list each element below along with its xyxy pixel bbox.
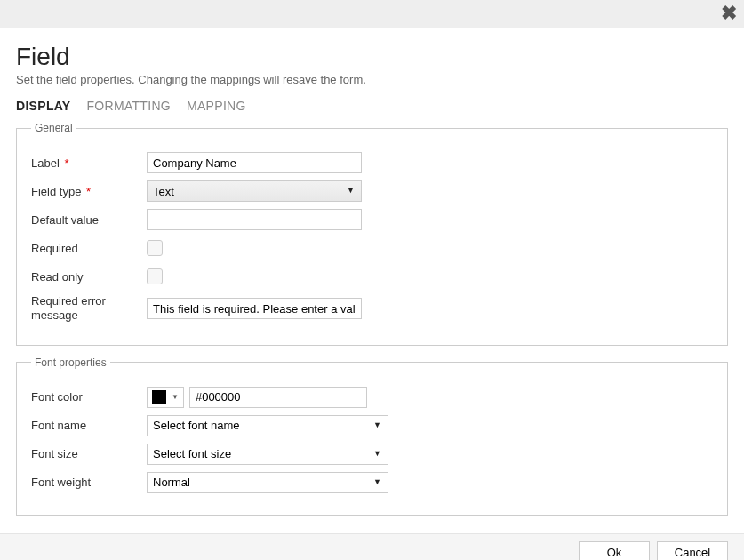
label-input[interactable] [147,152,362,173]
required-marker-icon: * [64,156,68,170]
readonly-label: Read only [31,270,147,284]
font-name-label: Font name [31,419,147,432]
row-font-color: Font color ▼ [31,387,713,408]
fieldtype-label: Field type * [31,185,147,198]
readonly-checkbox[interactable] [147,268,163,284]
close-icon[interactable]: ✖ [721,4,737,23]
reqerr-label: Required error message [31,294,147,324]
font-color-hex-input[interactable] [189,387,367,408]
font-name-select-wrap: Select font name [147,415,388,436]
page-subtitle: Set the field properties. Changing the m… [16,73,728,86]
required-label: Required [31,242,147,255]
required-error-input[interactable] [147,298,362,319]
general-fieldset: General Label * Field type * Text Defaul… [16,122,728,346]
row-label: Label * [31,152,713,173]
fieldtype-select[interactable]: Text [147,180,362,202]
cancel-button[interactable]: Cancel [657,541,728,561]
fieldtype-select-wrap: Text [147,180,362,202]
general-legend: General [31,122,76,134]
font-color-label: Font color [31,390,147,404]
ok-button[interactable]: Ok [579,541,650,561]
dialog-footer: Ok Cancel [0,533,744,561]
font-legend: Font properties [31,356,110,369]
font-properties-fieldset: Font properties Font color ▼ Font name S… [16,356,728,516]
tab-mapping[interactable]: Mapping [187,99,246,115]
font-weight-select-wrap: Normal [147,472,388,493]
row-required-error: Required error message [31,294,713,324]
font-name-select[interactable]: Select font name [147,415,388,436]
row-font-weight: Font weight Normal [31,472,713,493]
required-checkbox[interactable] [147,240,163,256]
font-size-select[interactable]: Select font size [147,444,388,465]
font-weight-select[interactable]: Normal [147,472,388,493]
row-default-value: Default value [31,209,713,230]
font-size-select-wrap: Select font size [147,444,388,465]
tab-strip: Display Formatting Mapping [16,99,728,115]
chevron-down-icon: ▼ [172,393,179,401]
row-readonly: Read only [31,266,713,287]
row-font-name: Font name Select font name [31,415,713,436]
font-weight-label: Font weight [31,476,147,489]
page-title: Field [16,43,728,71]
label-label: Label * [31,156,147,170]
color-swatch-icon [152,390,166,404]
font-color-picker[interactable]: ▼ [147,387,184,408]
default-value-input[interactable] [147,209,362,230]
dialog-content: Field Set the field properties. Changing… [0,28,744,533]
font-size-label: Font size [31,447,147,460]
label-label-text: Label [31,156,60,170]
tab-formatting[interactable]: Formatting [87,99,172,115]
required-marker-icon: * [86,185,91,198]
tab-display[interactable]: Display [16,99,71,115]
row-required: Required [31,237,713,259]
dialog-header-bar: ✖ [0,0,744,28]
row-font-size: Font size Select font size [31,444,713,465]
fieldtype-label-text: Field type [31,185,81,198]
default-label: Default value [31,213,147,227]
row-field-type: Field type * Text [31,180,713,202]
